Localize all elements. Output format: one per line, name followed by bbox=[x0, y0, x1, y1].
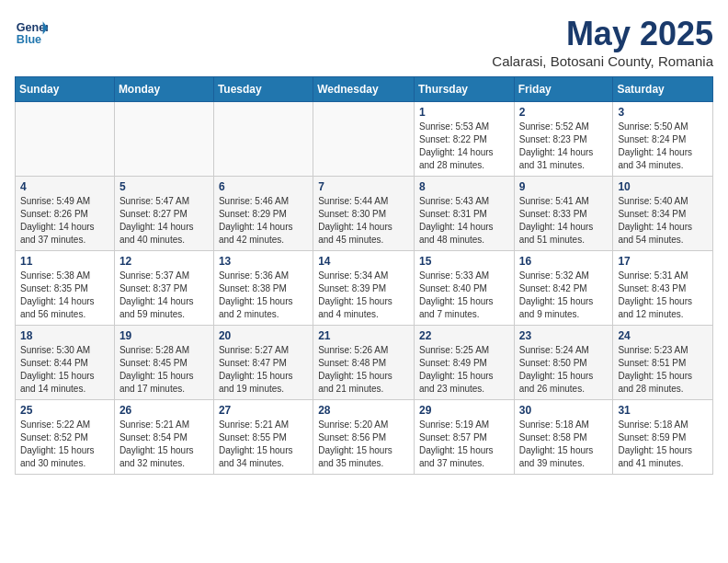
day-number: 25 bbox=[20, 404, 109, 417]
day-info: Sunrise: 5:27 AM Sunset: 8:47 PM Dayligh… bbox=[219, 344, 308, 396]
day-number: 10 bbox=[618, 180, 708, 193]
calendar-cell bbox=[114, 102, 213, 177]
weekday-row: SundayMondayTuesdayWednesdayThursdayFrid… bbox=[16, 77, 713, 102]
day-number: 28 bbox=[318, 404, 409, 417]
calendar-cell: 28Sunrise: 5:20 AM Sunset: 8:56 PM Dayli… bbox=[313, 400, 415, 475]
day-info: Sunrise: 5:21 AM Sunset: 8:55 PM Dayligh… bbox=[219, 419, 308, 470]
day-info: Sunrise: 5:23 AM Sunset: 8:51 PM Dayligh… bbox=[618, 344, 708, 396]
day-number: 19 bbox=[119, 329, 209, 342]
day-info: Sunrise: 5:18 AM Sunset: 8:59 PM Dayligh… bbox=[618, 419, 708, 470]
calendar-cell: 20Sunrise: 5:27 AM Sunset: 8:47 PM Dayli… bbox=[213, 326, 313, 400]
calendar-cell: 15Sunrise: 5:33 AM Sunset: 8:40 PM Dayli… bbox=[414, 251, 514, 326]
calendar-cell: 4Sunrise: 5:49 AM Sunset: 8:26 PM Daylig… bbox=[16, 177, 115, 251]
day-info: Sunrise: 5:33 AM Sunset: 8:40 PM Dayligh… bbox=[419, 270, 509, 321]
calendar-body: 1Sunrise: 5:53 AM Sunset: 8:22 PM Daylig… bbox=[16, 102, 713, 475]
day-number: 13 bbox=[219, 255, 308, 268]
logo-icon: General Blue bbox=[15, 15, 48, 48]
calendar-subtitle: Calarasi, Botosani County, Romania bbox=[492, 53, 713, 69]
weekday-header: Friday bbox=[514, 77, 613, 102]
day-number: 7 bbox=[318, 180, 409, 193]
day-info: Sunrise: 5:34 AM Sunset: 8:39 PM Dayligh… bbox=[318, 270, 409, 321]
day-info: Sunrise: 5:50 AM Sunset: 8:24 PM Dayligh… bbox=[618, 121, 708, 172]
day-info: Sunrise: 5:18 AM Sunset: 8:58 PM Dayligh… bbox=[519, 419, 609, 470]
day-number: 21 bbox=[318, 329, 409, 342]
calendar-week-row: 1Sunrise: 5:53 AM Sunset: 8:22 PM Daylig… bbox=[16, 102, 713, 177]
calendar-week-row: 4Sunrise: 5:49 AM Sunset: 8:26 PM Daylig… bbox=[16, 177, 713, 251]
calendar-cell: 10Sunrise: 5:40 AM Sunset: 8:34 PM Dayli… bbox=[613, 177, 713, 251]
day-number: 14 bbox=[318, 255, 409, 268]
svg-text:Blue: Blue bbox=[17, 33, 41, 46]
calendar-cell: 25Sunrise: 5:22 AM Sunset: 8:52 PM Dayli… bbox=[16, 400, 115, 475]
calendar-cell: 6Sunrise: 5:46 AM Sunset: 8:29 PM Daylig… bbox=[213, 177, 313, 251]
day-number: 29 bbox=[419, 404, 509, 417]
calendar-cell bbox=[16, 102, 115, 177]
calendar-cell: 1Sunrise: 5:53 AM Sunset: 8:22 PM Daylig… bbox=[414, 102, 514, 177]
day-number: 16 bbox=[519, 255, 609, 268]
weekday-header: Monday bbox=[114, 77, 213, 102]
day-info: Sunrise: 5:37 AM Sunset: 8:37 PM Dayligh… bbox=[119, 270, 209, 321]
calendar-cell: 14Sunrise: 5:34 AM Sunset: 8:39 PM Dayli… bbox=[313, 251, 415, 326]
weekday-header: Saturday bbox=[613, 77, 713, 102]
calendar-cell: 17Sunrise: 5:31 AM Sunset: 8:43 PM Dayli… bbox=[613, 251, 713, 326]
day-number: 27 bbox=[219, 404, 308, 417]
day-info: Sunrise: 5:38 AM Sunset: 8:35 PM Dayligh… bbox=[20, 270, 109, 321]
page-header: General Blue May 2025 Calarasi, Botosani… bbox=[15, 15, 713, 69]
day-number: 24 bbox=[618, 329, 708, 342]
day-number: 20 bbox=[219, 329, 308, 342]
day-info: Sunrise: 5:30 AM Sunset: 8:44 PM Dayligh… bbox=[20, 344, 109, 396]
day-info: Sunrise: 5:31 AM Sunset: 8:43 PM Dayligh… bbox=[618, 270, 708, 321]
day-number: 30 bbox=[519, 404, 609, 417]
calendar-header: SundayMondayTuesdayWednesdayThursdayFrid… bbox=[16, 77, 713, 102]
weekday-header: Sunday bbox=[16, 77, 115, 102]
day-number: 2 bbox=[519, 106, 609, 119]
calendar-cell: 19Sunrise: 5:28 AM Sunset: 8:45 PM Dayli… bbox=[114, 326, 213, 400]
day-info: Sunrise: 5:41 AM Sunset: 8:33 PM Dayligh… bbox=[519, 195, 609, 247]
day-info: Sunrise: 5:46 AM Sunset: 8:29 PM Dayligh… bbox=[219, 195, 308, 247]
calendar-cell: 3Sunrise: 5:50 AM Sunset: 8:24 PM Daylig… bbox=[613, 102, 713, 177]
calendar-cell: 30Sunrise: 5:18 AM Sunset: 8:58 PM Dayli… bbox=[514, 400, 613, 475]
calendar-cell: 21Sunrise: 5:26 AM Sunset: 8:48 PM Dayli… bbox=[313, 326, 415, 400]
day-info: Sunrise: 5:32 AM Sunset: 8:42 PM Dayligh… bbox=[519, 270, 609, 321]
calendar-cell: 12Sunrise: 5:37 AM Sunset: 8:37 PM Dayli… bbox=[114, 251, 213, 326]
calendar-cell bbox=[313, 102, 415, 177]
day-number: 1 bbox=[419, 106, 509, 119]
calendar-cell: 16Sunrise: 5:32 AM Sunset: 8:42 PM Dayli… bbox=[514, 251, 613, 326]
day-number: 11 bbox=[20, 255, 109, 268]
day-number: 15 bbox=[419, 255, 509, 268]
day-number: 31 bbox=[618, 404, 708, 417]
calendar-cell: 22Sunrise: 5:25 AM Sunset: 8:49 PM Dayli… bbox=[414, 326, 514, 400]
day-info: Sunrise: 5:40 AM Sunset: 8:34 PM Dayligh… bbox=[618, 195, 708, 247]
day-number: 26 bbox=[119, 404, 209, 417]
logo: General Blue bbox=[15, 15, 48, 48]
calendar-title: May 2025 bbox=[492, 15, 713, 53]
day-info: Sunrise: 5:21 AM Sunset: 8:54 PM Dayligh… bbox=[119, 419, 209, 470]
calendar-week-row: 25Sunrise: 5:22 AM Sunset: 8:52 PM Dayli… bbox=[16, 400, 713, 475]
day-info: Sunrise: 5:26 AM Sunset: 8:48 PM Dayligh… bbox=[318, 344, 409, 396]
day-info: Sunrise: 5:24 AM Sunset: 8:50 PM Dayligh… bbox=[519, 344, 609, 396]
weekday-header: Wednesday bbox=[313, 77, 415, 102]
calendar-cell: 31Sunrise: 5:18 AM Sunset: 8:59 PM Dayli… bbox=[613, 400, 713, 475]
calendar-cell: 2Sunrise: 5:52 AM Sunset: 8:23 PM Daylig… bbox=[514, 102, 613, 177]
calendar-cell bbox=[213, 102, 313, 177]
day-number: 12 bbox=[119, 255, 209, 268]
day-info: Sunrise: 5:28 AM Sunset: 8:45 PM Dayligh… bbox=[119, 344, 209, 396]
day-info: Sunrise: 5:19 AM Sunset: 8:57 PM Dayligh… bbox=[419, 419, 509, 470]
weekday-header: Tuesday bbox=[213, 77, 313, 102]
day-info: Sunrise: 5:53 AM Sunset: 8:22 PM Dayligh… bbox=[419, 121, 509, 172]
day-number: 22 bbox=[419, 329, 509, 342]
calendar-cell: 27Sunrise: 5:21 AM Sunset: 8:55 PM Dayli… bbox=[213, 400, 313, 475]
day-info: Sunrise: 5:44 AM Sunset: 8:30 PM Dayligh… bbox=[318, 195, 409, 247]
day-info: Sunrise: 5:20 AM Sunset: 8:56 PM Dayligh… bbox=[318, 419, 409, 470]
calendar-week-row: 11Sunrise: 5:38 AM Sunset: 8:35 PM Dayli… bbox=[16, 251, 713, 326]
day-number: 4 bbox=[20, 180, 109, 193]
day-info: Sunrise: 5:47 AM Sunset: 8:27 PM Dayligh… bbox=[119, 195, 209, 247]
calendar-cell: 9Sunrise: 5:41 AM Sunset: 8:33 PM Daylig… bbox=[514, 177, 613, 251]
calendar-cell: 26Sunrise: 5:21 AM Sunset: 8:54 PM Dayli… bbox=[114, 400, 213, 475]
calendar-cell: 18Sunrise: 5:30 AM Sunset: 8:44 PM Dayli… bbox=[16, 326, 115, 400]
day-number: 23 bbox=[519, 329, 609, 342]
day-number: 17 bbox=[618, 255, 708, 268]
title-area: May 2025 Calarasi, Botosani County, Roma… bbox=[492, 15, 713, 69]
day-number: 18 bbox=[20, 329, 109, 342]
calendar-cell: 29Sunrise: 5:19 AM Sunset: 8:57 PM Dayli… bbox=[414, 400, 514, 475]
day-info: Sunrise: 5:49 AM Sunset: 8:26 PM Dayligh… bbox=[20, 195, 109, 247]
